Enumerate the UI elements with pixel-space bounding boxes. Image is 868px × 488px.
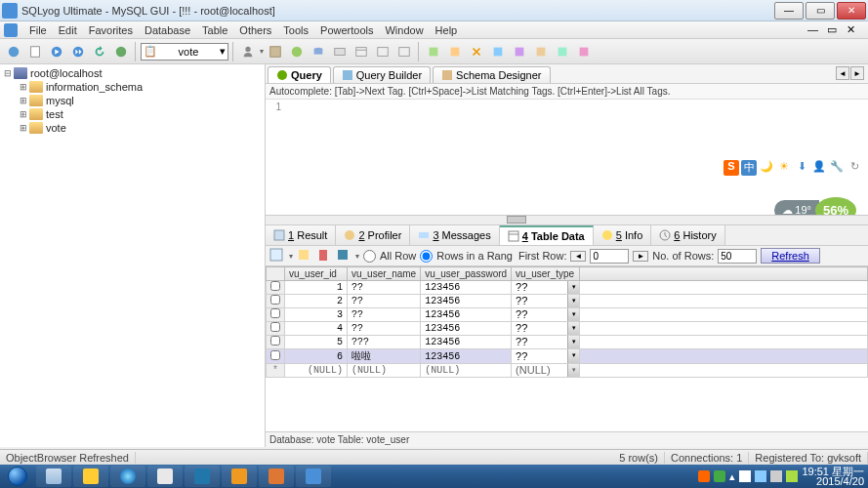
mdi-minimize-button[interactable]: — bbox=[807, 23, 825, 37]
tray-icon[interactable] bbox=[714, 470, 725, 482]
save-icon[interactable] bbox=[336, 248, 351, 264]
tab-query-builder[interactable]: Query Builder bbox=[333, 66, 431, 83]
tray-network-icon[interactable] bbox=[755, 470, 766, 482]
page-prev-icon[interactable]: ◄ bbox=[570, 251, 586, 262]
user-icon[interactable]: 👤 bbox=[811, 160, 827, 176]
row-checkbox[interactable] bbox=[270, 295, 280, 305]
tool-icon[interactable] bbox=[330, 42, 350, 61]
tool-icon[interactable] bbox=[266, 42, 285, 61]
expand-icon[interactable]: ⊞ bbox=[18, 96, 29, 105]
execute-all-icon[interactable] bbox=[68, 42, 88, 61]
system-tray[interactable]: ▴ 19:51 星期一 2015/4/20 bbox=[698, 467, 868, 486]
menu-edit[interactable]: Edit bbox=[53, 22, 83, 38]
sql-editor[interactable]: 1 S 中 🌙 ☀ ⬇ 👤 🔧 ↻ ☁ 19° 56% bbox=[266, 100, 868, 215]
table-row[interactable]: 1??123456??▾ bbox=[267, 281, 868, 295]
download-icon[interactable]: ⬇ bbox=[794, 160, 809, 176]
tree-db-item[interactable]: ⊞ test bbox=[2, 107, 263, 121]
taskbar-item[interactable] bbox=[296, 466, 331, 487]
tab-info[interactable]: 5 Info bbox=[594, 225, 652, 245]
tab-history[interactable]: 6 History bbox=[651, 225, 724, 245]
tool-icon[interactable] bbox=[309, 42, 328, 61]
tool-icon[interactable] bbox=[394, 42, 414, 61]
row-checkbox[interactable] bbox=[270, 322, 280, 332]
tool-icon[interactable] bbox=[574, 42, 594, 61]
minimize-button[interactable]: — bbox=[774, 2, 804, 20]
table-row[interactable]: 6啦啦123456??▾ bbox=[267, 349, 868, 364]
tool-icon[interactable] bbox=[553, 42, 572, 61]
first-row-input[interactable] bbox=[590, 249, 629, 264]
add-row-icon[interactable] bbox=[297, 248, 312, 264]
taskbar-item[interactable] bbox=[147, 466, 183, 487]
table-row[interactable]: 2??123456??▾ bbox=[267, 295, 868, 308]
tray-volume-icon[interactable] bbox=[770, 470, 782, 482]
refresh-button[interactable]: Refresh bbox=[761, 248, 820, 264]
tree-db-item[interactable]: ⊞ mysql bbox=[2, 94, 263, 107]
new-query-icon[interactable] bbox=[25, 42, 45, 61]
refresh-icon[interactable] bbox=[90, 42, 109, 61]
tool-icon[interactable] bbox=[373, 42, 393, 61]
execute-icon[interactable] bbox=[47, 42, 66, 61]
row-checkbox[interactable] bbox=[270, 281, 280, 291]
menu-others[interactable]: Others bbox=[233, 22, 277, 38]
tab-table-data[interactable]: 4 Table Data bbox=[500, 225, 594, 245]
tray-flag-icon[interactable] bbox=[739, 470, 751, 482]
menu-powertools[interactable]: Powertools bbox=[314, 22, 379, 38]
start-button[interactable] bbox=[0, 465, 35, 488]
tray-icon[interactable] bbox=[786, 470, 798, 482]
sun-icon[interactable]: ☀ bbox=[776, 160, 792, 176]
tool-icon[interactable] bbox=[467, 42, 486, 61]
menu-table[interactable]: Table bbox=[196, 22, 233, 38]
tab-schema-designer[interactable]: Schema Designer bbox=[433, 66, 550, 83]
col-header[interactable]: vu_user_type bbox=[512, 267, 580, 281]
dropdown-icon[interactable]: ▾ bbox=[567, 349, 579, 363]
menu-file[interactable]: File bbox=[23, 22, 53, 38]
col-header[interactable]: vu_user_id bbox=[285, 267, 348, 281]
close-button[interactable]: ✕ bbox=[837, 2, 866, 20]
row-checkbox[interactable] bbox=[270, 336, 280, 346]
table-row[interactable]: 5???123456??▾ bbox=[267, 336, 868, 349]
delete-row-icon[interactable] bbox=[316, 248, 332, 264]
taskbar-item[interactable] bbox=[110, 466, 145, 487]
taskbar-item[interactable] bbox=[73, 466, 108, 487]
sync-icon[interactable]: ↻ bbox=[847, 160, 862, 176]
ime-lang-icon[interactable]: 中 bbox=[741, 160, 757, 176]
row-checkbox[interactable] bbox=[270, 350, 280, 360]
editor-hscrollbar[interactable] bbox=[266, 215, 868, 224]
dropdown-icon[interactable]: ▾ bbox=[567, 322, 579, 335]
tab-messages[interactable]: 3 Messages bbox=[410, 225, 499, 245]
dropdown-icon[interactable]: ▾ bbox=[567, 295, 579, 307]
data-grid[interactable]: vu_user_id vu_user_name vu_user_password… bbox=[266, 266, 868, 378]
mdi-restore-button[interactable]: ▭ bbox=[827, 23, 845, 37]
taskbar-item[interactable] bbox=[185, 466, 220, 487]
tool-icon[interactable] bbox=[488, 42, 508, 61]
mdi-system-icon[interactable] bbox=[4, 23, 18, 37]
taskbar-clock[interactable]: 19:51 星期一 2015/4/20 bbox=[802, 467, 864, 486]
moon-icon[interactable]: 🌙 bbox=[759, 160, 774, 176]
dropdown-icon[interactable]: ▾ bbox=[567, 281, 579, 294]
expand-icon[interactable]: ⊞ bbox=[18, 82, 29, 92]
menu-help[interactable]: Help bbox=[430, 22, 464, 38]
taskbar-item[interactable] bbox=[222, 466, 257, 487]
tool-icon[interactable] bbox=[287, 42, 307, 61]
table-row-new[interactable]: *(NULL)(NULL)(NULL)(NULL)▾ bbox=[267, 364, 868, 378]
mdi-close-button[interactable]: ✕ bbox=[847, 23, 864, 37]
rows-range-radio[interactable] bbox=[420, 250, 433, 263]
tool-icon[interactable] bbox=[424, 42, 443, 61]
row-checkbox[interactable] bbox=[270, 308, 280, 318]
database-selector[interactable]: 📋vote▾ bbox=[141, 43, 228, 61]
new-connection-icon[interactable] bbox=[4, 42, 23, 61]
expand-icon[interactable]: ⊞ bbox=[18, 109, 29, 119]
tab-profiler[interactable]: 2 Profiler bbox=[336, 225, 410, 245]
col-header[interactable]: vu_user_name bbox=[348, 267, 421, 281]
tree-db-item[interactable]: ⊞ information_schema bbox=[2, 80, 263, 94]
grid-view-icon[interactable] bbox=[269, 248, 285, 264]
tab-result[interactable]: 1 Result bbox=[266, 225, 336, 245]
tree-root[interactable]: ⊟ root@localhost bbox=[2, 66, 263, 80]
menu-database[interactable]: Database bbox=[139, 22, 196, 38]
tool-icon[interactable] bbox=[351, 42, 371, 61]
stop-icon[interactable] bbox=[111, 42, 131, 61]
sogou-icon[interactable]: S bbox=[723, 160, 739, 176]
tab-nav-next[interactable]: ► bbox=[850, 66, 864, 80]
menu-tools[interactable]: Tools bbox=[277, 22, 314, 38]
taskbar-item[interactable] bbox=[259, 466, 294, 487]
